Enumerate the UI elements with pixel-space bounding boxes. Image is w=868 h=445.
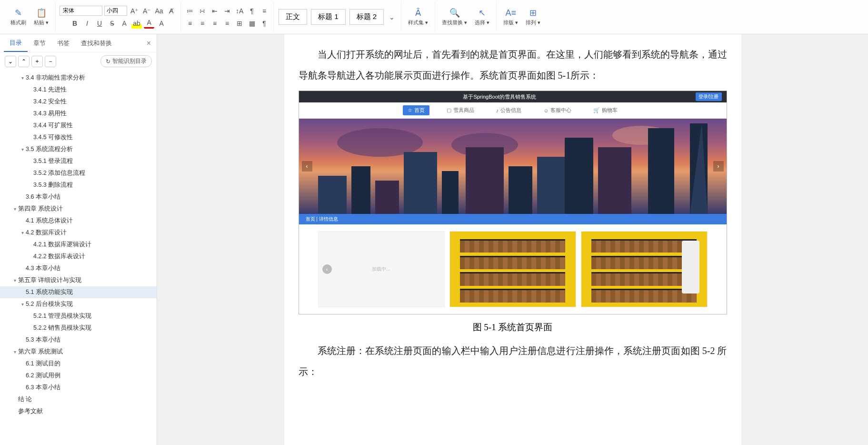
- arrange-button[interactable]: ⊞ 排列 ▾: [523, 7, 543, 27]
- toc-item[interactable]: 6.2 测试用例: [0, 370, 157, 382]
- toc-arrow-icon: ▾: [19, 147, 26, 152]
- toc-arrow-icon: ▾: [11, 206, 18, 212]
- increase-indent-button[interactable]: ⇥: [222, 6, 232, 16]
- toc-item[interactable]: 结 论: [0, 394, 157, 405]
- toc-item[interactable]: 3.5.3 删除流程: [0, 179, 157, 191]
- style-set-label: 样式集 ▾: [408, 19, 428, 26]
- card-placeholder: 加载中...: [372, 266, 390, 273]
- para-format-button[interactable]: ¶: [259, 18, 269, 29]
- embed-banner: ‹ ›: [299, 119, 727, 214]
- collapse-button[interactable]: ⌄: [5, 56, 16, 67]
- banner-next-icon: ›: [713, 161, 724, 172]
- paste-button[interactable]: 📋 粘贴 ▾: [31, 7, 51, 27]
- toc-item[interactable]: 4.2.2 数据库表设计: [0, 251, 157, 263]
- toc-arrow-icon: ▾: [19, 75, 26, 81]
- toc-item[interactable]: 6.3 本章小结: [0, 382, 157, 394]
- add-heading-button[interactable]: +: [31, 56, 43, 67]
- change-case-button[interactable]: Aa: [154, 6, 164, 16]
- decrease-font-button[interactable]: A⁻: [141, 6, 152, 16]
- italic-button[interactable]: I: [82, 18, 92, 29]
- document-canvas[interactable]: ⠿ 当人们打开系统的网址后，首先看到的就是首页界面。在这里，人们能够看到系统的导…: [157, 34, 868, 445]
- tab-toc[interactable]: 目录: [4, 35, 28, 52]
- toc-item[interactable]: ▾4.2 数据库设计: [0, 227, 157, 239]
- toc-item[interactable]: 参考文献: [0, 405, 157, 417]
- styles-expand-button[interactable]: ⌄: [387, 12, 397, 22]
- para-spacing-button[interactable]: ¶: [247, 6, 257, 16]
- toc-item-label: 6.3 本章小结: [26, 384, 153, 392]
- distribute-button[interactable]: ⊞: [234, 18, 245, 29]
- clear-format-button[interactable]: A̸: [166, 6, 177, 16]
- toc-item[interactable]: 4.3 本章小结: [0, 263, 157, 274]
- card-prev-icon: ‹: [322, 264, 332, 274]
- figure-5-1-image: 基于SpringBoot的雪具销售系统 登录/注册 ☆首页 ▢雪具商品 ♪公告信…: [299, 91, 727, 314]
- toc-item[interactable]: ▾3.4 非功能性需求分析: [0, 72, 157, 84]
- toc-item[interactable]: 6.1 测试目的: [0, 358, 157, 370]
- align-right-button[interactable]: ≡: [210, 18, 220, 29]
- toc-item[interactable]: 5.3 本章小结: [0, 334, 157, 346]
- toc-item[interactable]: 3.4.2 安全性: [0, 96, 157, 108]
- tab-chapters[interactable]: 章节: [28, 35, 51, 51]
- font-family-select[interactable]: 宋体: [60, 6, 102, 16]
- clipboard-icon: 📋: [36, 8, 47, 18]
- bullet-list-button[interactable]: ≔: [185, 6, 195, 16]
- toc-item[interactable]: 4.1 系统总体设计: [0, 215, 157, 227]
- font-color-button[interactable]: A: [144, 18, 154, 29]
- layout-button[interactable]: A≡ 排版 ▾: [500, 7, 521, 27]
- increase-font-button[interactable]: A⁺: [129, 6, 140, 16]
- toc-item[interactable]: 5.2.2 销售员模块实现: [0, 322, 157, 334]
- toc-item[interactable]: 3.6 本章小结: [0, 191, 157, 203]
- align-left-button[interactable]: ≡: [185, 18, 195, 29]
- toc-item[interactable]: 3.5.2 添加信息流程: [0, 167, 157, 179]
- align-center-button[interactable]: ≡: [197, 18, 208, 29]
- toc-item[interactable]: 5.1 系统功能实现: [0, 286, 157, 298]
- toc-item[interactable]: 3.4.1 先进性: [0, 84, 157, 96]
- shading-button[interactable]: A: [156, 18, 167, 29]
- number-list-button[interactable]: ∺: [197, 6, 208, 16]
- toc-item[interactable]: ▾第六章 系统测试: [0, 346, 157, 358]
- font-effect-button[interactable]: A: [119, 18, 130, 29]
- toc-arrow-icon: ▾: [11, 349, 18, 354]
- line-spacing-button[interactable]: ≡: [259, 6, 269, 16]
- toc-item[interactable]: 3.4.4 可扩展性: [0, 120, 157, 131]
- product-card-2: [449, 231, 576, 307]
- toc-item[interactable]: ▾5.2 后台模块实现: [0, 298, 157, 310]
- border-button[interactable]: ▦: [247, 18, 257, 29]
- underline-button[interactable]: U: [94, 18, 105, 29]
- expand-button[interactable]: ⌃: [18, 56, 30, 67]
- toc-item[interactable]: 3.4.5 可修改性: [0, 131, 157, 143]
- toc-item[interactable]: 3.4.3 易用性: [0, 108, 157, 120]
- toc-item-label: 6.1 测试目的: [26, 360, 153, 368]
- style-h2-chip[interactable]: 标题 2: [349, 9, 384, 25]
- page: ⠿ 当人们打开系统的网址后，首先看到的就是首页界面。在这里，人们能够看到系统的导…: [284, 34, 741, 445]
- format-brush-button[interactable]: ✎ 格式刷: [8, 7, 29, 27]
- font-size-select[interactable]: 小四: [104, 6, 127, 16]
- bold-button[interactable]: B: [70, 18, 80, 29]
- toc-item[interactable]: ▾第四章 系统设计: [0, 203, 157, 215]
- find-replace-label: 查找替换 ▾: [442, 19, 467, 26]
- style-h1-chip[interactable]: 标题 1: [311, 9, 346, 25]
- sort-button[interactable]: ↕A: [234, 6, 245, 16]
- remove-heading-button[interactable]: −: [45, 56, 56, 67]
- toc-item[interactable]: 5.2.1 管理员模块实现: [0, 310, 157, 322]
- style-body-chip[interactable]: 正文: [279, 9, 307, 25]
- toc-item[interactable]: ▾第五章 详细设计与实现: [0, 274, 157, 286]
- tab-find[interactable]: 查找和替换: [75, 35, 118, 51]
- tab-bookmarks[interactable]: 书签: [51, 35, 75, 51]
- find-replace-button[interactable]: 🔍 查找替换 ▾: [439, 7, 470, 27]
- strikethrough-button[interactable]: S̶: [107, 18, 117, 29]
- format-brush-label: 格式刷: [10, 19, 26, 26]
- highlight-button[interactable]: ab: [131, 18, 142, 29]
- decrease-indent-button[interactable]: ⇤: [210, 6, 220, 16]
- style-set-button[interactable]: Ȃ 样式集 ▾: [405, 7, 431, 27]
- align-justify-button[interactable]: ≡: [222, 18, 232, 29]
- toc-item-label: 4.1 系统总体设计: [26, 217, 153, 225]
- sidebar-close-button[interactable]: ×: [145, 37, 153, 50]
- toc-item[interactable]: 3.5.1 登录流程: [0, 155, 157, 167]
- toc-item-label: 3.6 本章小结: [26, 193, 153, 201]
- toc-item[interactable]: 4.2.1 数据库逻辑设计: [0, 239, 157, 251]
- smart-toc-button[interactable]: ↻ 智能识别目录: [100, 55, 152, 67]
- toc-item[interactable]: ▾3.5 系统流程分析: [0, 143, 157, 155]
- body-paragraph-1: 当人们打开系统的网址后，首先看到的就是首页界面。在这里，人们能够看到系统的导航条…: [299, 44, 727, 86]
- select-button[interactable]: ↖ 选择 ▾: [472, 7, 492, 27]
- layout-icon: A≡: [506, 8, 517, 18]
